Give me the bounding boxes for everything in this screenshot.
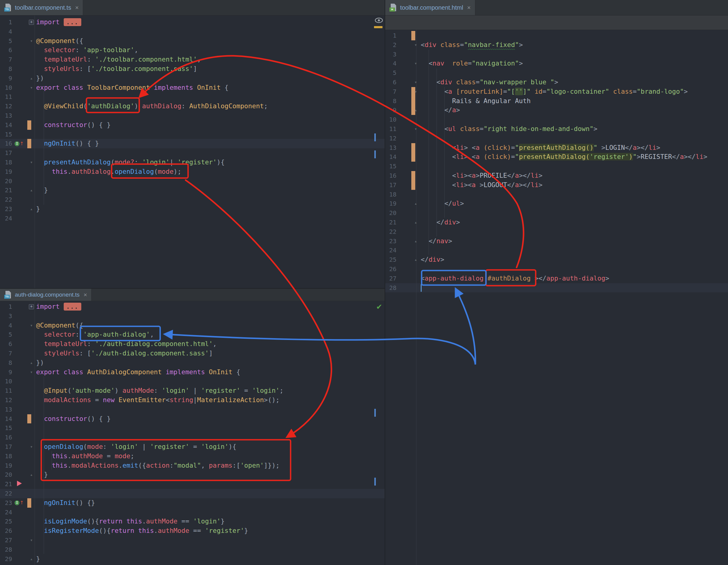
no-problems-check-icon[interactable]: ✔ bbox=[376, 303, 382, 311]
fold-marker-icon[interactable]: ▾ bbox=[414, 42, 417, 48]
fold-marker-icon[interactable]: ▾ bbox=[30, 38, 33, 44]
line-number: 19 bbox=[0, 461, 12, 470]
fold-marker-icon[interactable]: ▾ bbox=[30, 369, 33, 375]
line-number: 11 bbox=[0, 386, 12, 395]
code-line: 28 bbox=[0, 545, 385, 554]
code-line: 14 constructor() { } bbox=[0, 120, 385, 130]
implement-method-gutter-icon[interactable]: I↑ bbox=[15, 141, 24, 146]
code-line: 15 bbox=[0, 423, 385, 433]
fold-marker-icon[interactable]: ▴ bbox=[30, 556, 33, 562]
line-number: 8 bbox=[0, 64, 12, 74]
line-number: 13 bbox=[385, 143, 396, 153]
code-line: 18 this.authMode = mode; bbox=[0, 452, 385, 461]
fold-marker-icon[interactable]: ▴ bbox=[414, 220, 417, 225]
indent-guide bbox=[444, 87, 445, 218]
code-line: 4▾@Component({ bbox=[0, 321, 385, 330]
code-line: 1+import ... bbox=[0, 302, 385, 311]
fold-marker-icon[interactable]: ▴ bbox=[30, 206, 33, 212]
fold-marker-icon[interactable]: ▴ bbox=[30, 472, 33, 477]
tab-bar: H toolbar.component.html × bbox=[385, 0, 728, 15]
code-line: 11 bbox=[0, 92, 385, 102]
code-line: 12 modalActions = new EventEmitter<strin… bbox=[0, 395, 385, 405]
fold-marker-icon[interactable]: ▾ bbox=[30, 85, 33, 90]
line-number: 21 bbox=[385, 218, 396, 227]
fold-marker-icon[interactable]: ▴ bbox=[414, 238, 417, 244]
line-number: 18 bbox=[385, 190, 396, 199]
tab-bar: TS auth-dialog.component.ts × bbox=[0, 289, 385, 301]
code-line: 6 selector: 'app-toolbar', bbox=[0, 45, 385, 55]
code-line: 23I↑ ngOnInit() {} bbox=[0, 498, 385, 508]
line-number: 20 bbox=[385, 208, 396, 218]
changed-lines-marker bbox=[27, 414, 31, 424]
line-number: 28 bbox=[0, 545, 12, 554]
line-number: 17 bbox=[0, 442, 12, 452]
editing-breakpoint-marker[interactable] bbox=[17, 481, 22, 486]
warning-stripe-mark bbox=[374, 26, 383, 28]
line-number: 25 bbox=[0, 517, 12, 526]
inspections-eye-icon[interactable] bbox=[374, 17, 383, 25]
close-tab-icon[interactable]: × bbox=[467, 5, 471, 11]
code-editor[interactable]: 1+import ...34▾@Component({5 selector: '… bbox=[0, 301, 385, 565]
code-line: 14 constructor() { } bbox=[0, 414, 385, 424]
fold-marker-icon[interactable]: ▴ bbox=[414, 107, 417, 113]
fold-marker-icon[interactable]: + bbox=[29, 20, 34, 25]
implement-method-gutter-icon[interactable]: I↑ bbox=[15, 500, 24, 505]
indent-guide bbox=[436, 69, 437, 237]
fold-marker-icon[interactable]: ▾ bbox=[30, 160, 33, 165]
line-number: 8 bbox=[385, 96, 396, 106]
fold-marker-icon[interactable]: ▴ bbox=[30, 187, 33, 193]
line-number: 6 bbox=[0, 45, 12, 55]
code-line: 27▾ bbox=[0, 536, 385, 545]
fold-marker-icon[interactable]: ▴ bbox=[414, 257, 417, 262]
code-line: 7 templateUrl: './toolbar.component.html… bbox=[0, 55, 385, 64]
code-line: 25 isLoginMode(){return this.authMode ==… bbox=[0, 517, 385, 526]
code-line: 24 bbox=[385, 246, 728, 255]
line-number: 10 bbox=[0, 377, 12, 386]
code-line: 24 bbox=[0, 214, 385, 223]
fold-marker-icon[interactable]: ▾ bbox=[414, 89, 417, 94]
fold-marker-icon[interactable]: ▾ bbox=[30, 323, 33, 328]
line-number: 4 bbox=[0, 321, 12, 330]
changed-lines-marker bbox=[411, 180, 415, 190]
tab-toolbar-component-html[interactable]: H toolbar.component.html × bbox=[385, 0, 475, 15]
code-line: 1+import ... bbox=[0, 18, 385, 27]
fold-marker-icon[interactable]: + bbox=[29, 304, 34, 309]
line-number: 20 bbox=[0, 470, 12, 479]
fold-marker-icon[interactable]: ▴ bbox=[30, 360, 33, 365]
code-line: 20▴ } bbox=[0, 470, 385, 479]
changed-lines-marker bbox=[411, 152, 415, 162]
line-number: 4 bbox=[385, 59, 396, 68]
code-line: 4▾ <nav role="navigation"> bbox=[385, 59, 728, 68]
code-line: 11 @Input('auth-mode') authMode: 'login'… bbox=[0, 386, 385, 395]
line-number: 22 bbox=[0, 195, 12, 204]
fold-marker-icon[interactable]: ▾ bbox=[30, 444, 33, 449]
line-number: 5 bbox=[0, 36, 12, 46]
code-line: 13 bbox=[0, 111, 385, 120]
line-number: 4 bbox=[0, 27, 12, 36]
line-number: 12 bbox=[0, 395, 12, 405]
fold-marker-icon[interactable]: ▴ bbox=[30, 76, 33, 81]
line-number: 22 bbox=[385, 227, 396, 237]
text-caret bbox=[421, 284, 422, 292]
indent-guide bbox=[44, 376, 44, 554]
code-line: 1 bbox=[385, 31, 728, 40]
fold-marker-icon[interactable]: ▾ bbox=[414, 79, 417, 85]
line-number: 30 bbox=[0, 563, 12, 565]
tab-auth-dialog-component-ts[interactable]: TS auth-dialog.component.ts × bbox=[0, 289, 92, 301]
info-stripe-mark bbox=[374, 133, 376, 141]
code-line: 17 bbox=[0, 148, 385, 158]
gutter-separator bbox=[35, 301, 35, 565]
close-tab-icon[interactable]: × bbox=[83, 292, 87, 298]
line-number: 1 bbox=[385, 31, 396, 40]
fold-marker-icon[interactable]: ▴ bbox=[414, 201, 417, 206]
tab-toolbar-component-ts[interactable]: TS toolbar.component.ts × bbox=[0, 0, 83, 15]
line-number: 3 bbox=[0, 311, 12, 321]
code-line: 28 bbox=[385, 283, 728, 293]
fold-marker-icon[interactable]: ▾ bbox=[414, 61, 417, 66]
code-editor[interactable]: 1+import ...45▾@Component({6 selector: '… bbox=[0, 15, 385, 223]
close-tab-icon[interactable]: × bbox=[75, 5, 79, 11]
line-number: 25 bbox=[385, 255, 396, 264]
fold-marker-icon[interactable]: ▾ bbox=[30, 537, 33, 543]
line-number: 17 bbox=[0, 148, 12, 158]
fold-marker-icon[interactable]: ▾ bbox=[414, 126, 417, 132]
